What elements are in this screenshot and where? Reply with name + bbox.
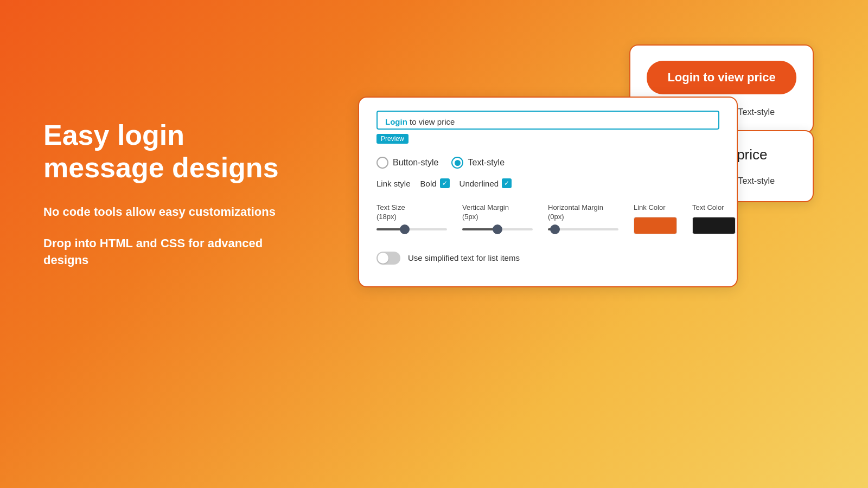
text-style-radio-editor[interactable]: Text-style [451,157,505,169]
simplified-text-row: Use simplified text for list items [376,252,719,265]
text-style-label-text-card: Text-style [738,176,775,186]
underlined-checkbox-box[interactable]: ✓ [502,178,512,188]
vertical-margin-track[interactable] [462,228,533,230]
text-size-value: (18px) [376,213,397,221]
bold-label: Bold [420,179,437,188]
hero-subtitle1: No code tools allow easy customizations [43,204,304,221]
login-button[interactable]: Login to view price [647,61,796,94]
horizontal-margin-label: Horizontal Margin (0px) [548,203,618,222]
link-style-label: Link style [376,179,411,188]
vertical-margin-label-text: Vertical Margin [462,203,509,211]
vertical-margin-slider-group: Vertical Margin (5px) [462,203,533,230]
horizontal-margin-label-text: Horizontal Margin [548,203,603,211]
radio-text-selected-editor [451,157,463,169]
link-color-label: Link Color [634,203,677,213]
underlined-label: Underlined [459,179,499,188]
preview-rest-text: to view price [407,117,455,126]
text-color-swatch[interactable] [692,217,736,234]
text-color-label: Text Color [692,203,736,213]
button-style-radio-editor[interactable]: Button-style [376,157,438,169]
text-size-track[interactable] [376,228,447,230]
preview-field: Login to view price Preview [376,111,719,144]
text-style-label-button-card: Text-style [738,107,775,117]
horizontal-margin-slider-group: Horizontal Margin (0px) [548,203,618,230]
preview-input-wrapper: Login to view price [376,111,719,130]
preview-input-text: Login to view price [385,117,711,126]
bold-checkbox-box[interactable]: ✓ [440,178,450,188]
text-size-thumb[interactable] [400,224,410,234]
simplified-text-toggle[interactable] [376,252,400,265]
style-toggle-row: Button-style Text-style [376,152,719,169]
text-color-group: Text Color [692,203,736,234]
vertical-margin-value: (5px) [462,213,478,221]
text-size-label-text: Text Size [376,203,405,211]
underlined-checkbox[interactable]: Underlined ✓ [459,178,512,188]
hero-title: Easy login message designs [43,119,304,184]
text-style-label-editor: Text-style [468,158,505,168]
hero-subtitle2: Drop into HTML and CSS for advanced desi… [43,235,304,269]
link-color-swatch[interactable] [634,217,677,234]
preview-label: Preview [376,134,409,144]
hero-section: Easy login message designs No code tools… [43,119,304,269]
vertical-margin-label: Vertical Margin (5px) [462,203,533,222]
text-size-slider-group: Text Size (18px) [376,203,447,230]
vertical-margin-thumb[interactable] [493,224,502,234]
editor-panel: Login to view price Preview Button-style… [358,97,738,287]
toggle-knob [378,253,388,264]
text-size-label: Text Size (18px) [376,203,447,222]
bold-checkbox[interactable]: Bold ✓ [420,178,450,188]
sliders-section: Text Size (18px) Vertical Margin (5px) H… [376,203,719,234]
button-style-label-editor: Button-style [393,158,438,168]
simplified-text-label: Use simplified text for list items [408,253,520,262]
link-color-group: Link Color [634,203,677,234]
preview-login-link: Login [385,117,407,126]
horizontal-margin-value: (0px) [548,213,564,221]
radio-button-unselected-editor [376,157,388,169]
horizontal-margin-track[interactable] [548,228,618,230]
horizontal-margin-thumb[interactable] [550,224,560,234]
link-style-row: Link style Bold ✓ Underlined ✓ [376,178,719,188]
